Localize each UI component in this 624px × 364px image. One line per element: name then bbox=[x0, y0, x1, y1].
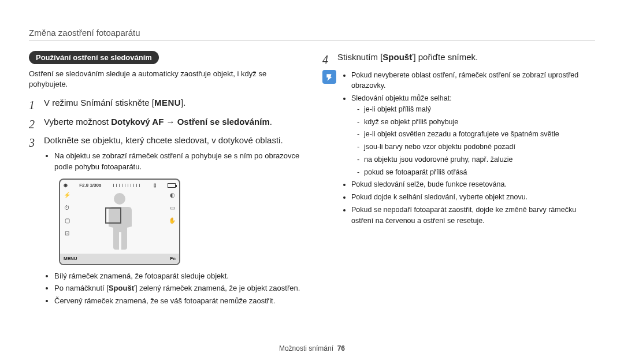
content-columns: Používání ostření se sledováním Ostření … bbox=[29, 51, 595, 313]
camera-screen-frame: ◉ F2.8 1/30s ▯ ⚡ ⏱ ▢ ⊡ bbox=[59, 179, 180, 265]
menu-icon-label: MENU bbox=[154, 98, 181, 107]
under2-pre: Po namáčknutí [ bbox=[54, 284, 109, 292]
step-3: Dotkněte se objektu, který chcete sledov… bbox=[29, 134, 302, 307]
mode-icon: ◉ bbox=[64, 182, 68, 189]
step3-text: Dotkněte se objektu, který chcete sledov… bbox=[44, 135, 283, 145]
note-2a: je-li objekt příliš malý bbox=[357, 104, 595, 115]
step-4: Stisknutím [Spoušť] pořiďte snímek. bbox=[322, 51, 595, 64]
note-box: Pokud nevyberete oblast ostření, rámeček… bbox=[322, 70, 595, 228]
page-heading: Změna zaostření fotoaparátu bbox=[29, 28, 595, 38]
menu-button-label: MENU bbox=[64, 255, 77, 262]
camera-right-icons: ◐ ▭ ✋ bbox=[168, 191, 177, 225]
focus-rectangle bbox=[105, 207, 121, 224]
step1-pre: V režimu Snímání stiskněte [ bbox=[44, 98, 154, 107]
under-item-1: Bílý rámeček znamená, že fotoaparát sled… bbox=[54, 271, 302, 282]
page-footer: Možnosti snímání 76 bbox=[0, 344, 624, 352]
note-3: Pokud sledování selže, bude funkce reset… bbox=[351, 179, 595, 190]
left-column: Používání ostření se sledováním Ostření … bbox=[29, 51, 302, 313]
under-screen-list: Bílý rámeček znamená, že fotoaparát sled… bbox=[44, 271, 302, 307]
aperture-label: F2.8 1/30s bbox=[79, 182, 101, 189]
under-item-3: Červený rámeček znamená, že se váš fotoa… bbox=[54, 296, 302, 307]
step4-b: Spoušť bbox=[382, 52, 413, 62]
step4-pre: Stisknutím [ bbox=[337, 52, 382, 62]
camera-screenshot: ◉ F2.8 1/30s ▯ ⚡ ⏱ ▢ ⊡ bbox=[59, 179, 302, 265]
step2-b2: Ostření se sledováním bbox=[177, 117, 270, 127]
step2-b1: Dotykový AF bbox=[111, 117, 164, 127]
section-pill: Používání ostření se sledováním bbox=[29, 51, 159, 64]
focus-mode-icon: ▢ bbox=[62, 217, 72, 225]
storage-icon: ▯ bbox=[154, 182, 156, 189]
under2-b: Spoušť bbox=[109, 284, 135, 292]
fn-button-label: Fn bbox=[170, 255, 176, 262]
steps-list-right: Stisknutím [Spoušť] pořiďte snímek. bbox=[322, 51, 595, 64]
note-4: Pokud dojde k selhání sledování, vyberte… bbox=[351, 192, 595, 203]
step3-sub1: Na objektu se zobrazí rámeček ostření a … bbox=[54, 151, 302, 173]
step3-sublist: Na objektu se zobrazí rámeček ostření a … bbox=[44, 151, 302, 173]
note-content: Pokud nevyberete oblast ostření, rámeček… bbox=[342, 70, 595, 228]
flash-icon: ⚡ bbox=[62, 191, 72, 199]
step-1: V režimu Snímání stiskněte [MENU]. bbox=[29, 96, 302, 110]
under2-post: ] zelený rámeček znamená, že je objekt z… bbox=[135, 284, 300, 292]
header-rule bbox=[29, 40, 595, 40]
step2-post: . bbox=[270, 117, 272, 127]
steps-list-left: V režimu Snímání stiskněte [MENU]. Vyber… bbox=[29, 96, 302, 307]
footer-section: Možnosti snímání bbox=[279, 344, 333, 352]
note-2d: jsou-li barvy nebo vzor objektu podobné … bbox=[357, 142, 595, 153]
under-item-2: Po namáčknutí [Spoušť] zelený rámeček zn… bbox=[54, 283, 302, 294]
step4-post: ] pořiďte snímek. bbox=[413, 52, 478, 62]
note-2: Sledování objektu může selhat: je-li obj… bbox=[351, 93, 595, 177]
camera-left-icons: ⚡ ⏱ ▢ ⊡ bbox=[62, 191, 72, 237]
camera-bottom-bar: MENU Fn bbox=[60, 254, 179, 264]
step2-arrow: → bbox=[164, 117, 177, 127]
af-area-icon: ⊡ bbox=[62, 229, 72, 237]
size-icon: ▭ bbox=[168, 204, 177, 212]
step-2: Vyberte možnost Dotykový AF → Ostření se… bbox=[29, 116, 302, 129]
step2-pre: Vyberte možnost bbox=[44, 117, 111, 127]
note-1: Pokud nevyberete oblast ostření, rámeček… bbox=[351, 70, 595, 92]
timer-icon: ⏱ bbox=[62, 204, 72, 212]
info-note-icon bbox=[322, 70, 336, 84]
note-5: Pokud se nepodaří fotoaparát zaostřit, d… bbox=[351, 205, 595, 226]
battery-icon bbox=[168, 183, 176, 188]
footer-page: 76 bbox=[337, 344, 345, 352]
note-2f: pokud se fotoaparát příliš otřásá bbox=[357, 167, 595, 178]
note-2-text: Sledování objektu může selhat: bbox=[351, 94, 452, 102]
note-2b: když se objekt příliš pohybuje bbox=[357, 117, 595, 128]
exposure-scale-icon bbox=[113, 184, 142, 187]
note-2e: na objektu jsou vodorovné pruhy, např. ž… bbox=[357, 154, 595, 165]
stabilizer-icon: ✋ bbox=[168, 217, 177, 225]
quality-icon: ◐ bbox=[168, 191, 177, 199]
step1-post: ]. bbox=[181, 98, 185, 107]
intro-text: Ostření se sledováním sleduje a automati… bbox=[29, 69, 302, 90]
note-2c: je-li objekt osvětlen zezadu a fotografu… bbox=[357, 129, 595, 140]
note-2-sublist: je-li objekt příliš malý když se objekt … bbox=[351, 104, 595, 178]
right-column: Stisknutím [Spoušť] pořiďte snímek. Poku… bbox=[322, 51, 595, 313]
